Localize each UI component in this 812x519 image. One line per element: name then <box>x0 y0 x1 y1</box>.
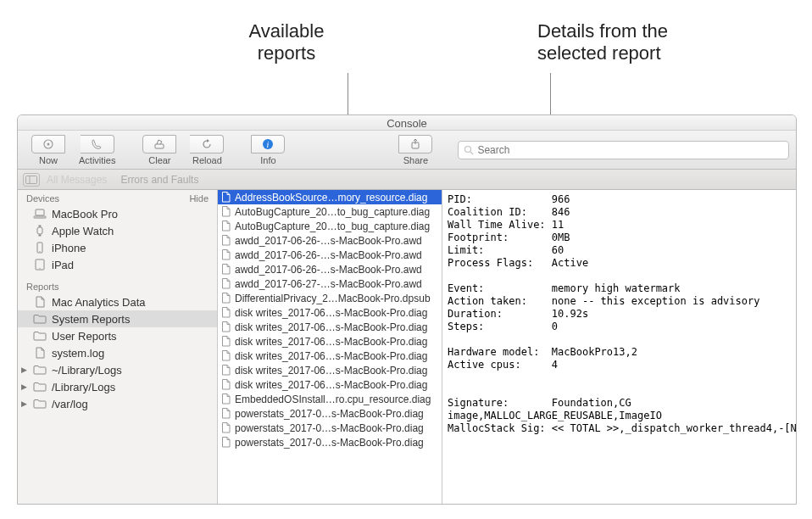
folder-icon <box>33 364 47 376</box>
sidebar-item-label: System Reports <box>52 313 130 326</box>
file-icon <box>221 422 231 434</box>
report-row[interactable]: disk writes_2017-06…s-MacBook-Pro.diag <box>218 377 442 392</box>
file-icon <box>221 249 231 261</box>
report-row[interactable]: EmbeddedOSInstall…ro.cpu_resource.diag <box>218 392 442 406</box>
file-icon <box>221 350 231 362</box>
report-row[interactable]: awdd_2017-06-27-…s-MacBook-Pro.awd <box>218 276 442 291</box>
file-icon <box>221 393 231 405</box>
file-icon <box>221 192 231 204</box>
svg-rect-11 <box>34 216 46 218</box>
filter-all-messages[interactable]: All Messages <box>47 174 107 186</box>
hide-devices-button[interactable]: Hide <box>189 193 209 204</box>
now-button[interactable]: Now <box>25 133 72 167</box>
reports-header: Reports <box>26 282 59 292</box>
file-icon <box>221 293 231 304</box>
report-row[interactable]: awdd_2017-06-26-…s-MacBook-Pro.awd <box>218 262 442 276</box>
toolbar: Now Activities Clear Reload i Info <box>18 131 796 170</box>
report-row[interactable]: awdd_2017-06-26-…s-MacBook-Pro.awd <box>218 233 442 248</box>
sidebar-report-item[interactable]: ▶/Library/Logs <box>18 378 217 395</box>
report-filename: disk writes_2017-06…s-MacBook-Pro.diag <box>235 365 438 377</box>
folder-icon <box>33 330 47 342</box>
sidebar: Devices Hide MacBook ProApple WatchiPhon… <box>18 190 218 504</box>
sidebar-item-label: MacBook Pro <box>52 208 118 220</box>
report-row[interactable]: disk writes_2017-06…s-MacBook-Pro.diag <box>218 334 442 349</box>
report-row[interactable]: powerstats_2017-0…s-MacBook-Pro.diag <box>218 435 442 449</box>
sidebar-item-label: iPhone <box>52 242 86 254</box>
clear-button[interactable]: Clear <box>136 133 183 167</box>
report-row[interactable]: disk writes_2017-06…s-MacBook-Pro.diag <box>218 349 442 363</box>
report-row[interactable]: disk writes_2017-06…s-MacBook-Pro.diag <box>218 363 442 377</box>
svg-point-6 <box>465 146 471 152</box>
sidebar-toggle-icon[interactable] <box>23 173 40 187</box>
sidebar-device-item[interactable]: iPhone <box>18 239 217 256</box>
report-row[interactable]: powerstats_2017-0…s-MacBook-Pro.diag <box>218 406 442 421</box>
filter-errors-faults[interactable]: Errors and Faults <box>120 174 198 186</box>
report-row[interactable]: AutoBugCapture_20…to_bug_capture.diag <box>218 219 442 233</box>
report-filename: AddressBookSource…mory_resource.diag <box>235 192 438 204</box>
annotation-details-selected: Details from the selected report <box>537 20 668 64</box>
file-icon <box>221 278 231 290</box>
phone-icon <box>91 138 103 150</box>
report-filename: disk writes_2017-06…s-MacBook-Pro.diag <box>235 321 438 333</box>
target-icon <box>42 138 54 150</box>
report-row[interactable]: disk writes_2017-06…s-MacBook-Pro.diag <box>218 320 442 334</box>
sidebar-report-item[interactable]: User Reports <box>18 327 217 344</box>
svg-text:i: i <box>267 139 270 148</box>
svg-line-7 <box>470 152 473 154</box>
file-icon <box>221 220 231 232</box>
sidebar-item-label: ~/Library/Logs <box>52 364 122 377</box>
svg-point-16 <box>39 251 40 252</box>
reload-icon <box>201 138 213 150</box>
report-details-pane[interactable]: PID: 966 Coalition ID: 846 Wall Time Ali… <box>442 190 796 504</box>
activities-button[interactable]: Activities <box>72 133 122 167</box>
watch-icon <box>33 225 47 237</box>
sidebar-report-item[interactable]: ▶~/Library/Logs <box>18 361 217 378</box>
search-input[interactable] <box>477 144 783 156</box>
info-button[interactable]: i Info <box>244 133 292 167</box>
file-icon <box>33 296 47 308</box>
sidebar-report-item[interactable]: Mac Analytics Data <box>18 293 217 310</box>
sidebar-item-label: User Reports <box>52 330 117 343</box>
report-row[interactable]: AutoBugCapture_20…to_bug_capture.diag <box>218 204 442 219</box>
search-field[interactable] <box>458 141 789 159</box>
report-row[interactable]: awdd_2017-06-26-…s-MacBook-Pro.awd <box>218 248 442 262</box>
report-filename: powerstats_2017-0…s-MacBook-Pro.diag <box>235 408 438 420</box>
share-button[interactable]: Share <box>392 133 439 167</box>
reload-button[interactable]: Reload <box>183 133 231 167</box>
disclosure-triangle-icon[interactable]: ▶ <box>21 399 30 408</box>
report-row[interactable]: DifferentialPrivacy_2…MacBook-Pro.dpsub <box>218 291 442 305</box>
sidebar-device-item[interactable]: iPad <box>18 256 217 273</box>
file-icon <box>221 321 231 333</box>
file-icon <box>221 437 231 449</box>
disclosure-triangle-icon[interactable]: ▶ <box>21 366 30 374</box>
report-filename: disk writes_2017-06…s-MacBook-Pro.diag <box>235 307 438 319</box>
report-filename: awdd_2017-06-26-…s-MacBook-Pro.awd <box>235 249 438 261</box>
file-icon <box>221 365 231 377</box>
report-row[interactable]: AddressBookSource…mory_resource.diag <box>218 190 442 204</box>
svg-rect-14 <box>39 235 42 237</box>
report-filename: AutoBugCapture_20…to_bug_capture.diag <box>235 206 438 218</box>
file-icon <box>221 379 231 391</box>
sidebar-report-item[interactable]: ▶/var/log <box>18 395 217 412</box>
sidebar-report-item[interactable]: system.log <box>18 344 217 361</box>
sidebar-item-label: iPad <box>52 259 74 271</box>
share-icon <box>409 138 421 150</box>
console-window: Console Now Activities Clear Reload <box>17 114 797 505</box>
folder-icon <box>33 398 47 410</box>
file-icon <box>221 235 231 247</box>
titlebar[interactable]: Console <box>18 115 796 131</box>
report-filename: disk writes_2017-06…s-MacBook-Pro.diag <box>235 336 438 348</box>
sidebar-device-item[interactable]: MacBook Pro <box>18 205 217 222</box>
report-filename: powerstats_2017-0…s-MacBook-Pro.diag <box>235 422 438 434</box>
sidebar-report-item[interactable]: System Reports <box>18 310 217 327</box>
sidebar-device-item[interactable]: Apple Watch <box>18 222 217 239</box>
reports-list[interactable]: AddressBookSource…mory_resource.diagAuto… <box>218 190 442 504</box>
report-row[interactable]: disk writes_2017-06…s-MacBook-Pro.diag <box>218 305 442 320</box>
disclosure-triangle-icon[interactable]: ▶ <box>21 382 30 391</box>
folder-icon <box>33 313 47 325</box>
devices-header: Devices <box>26 193 59 204</box>
svg-rect-12 <box>37 227 42 234</box>
report-filename: disk writes_2017-06…s-MacBook-Pro.diag <box>235 379 438 391</box>
svg-point-18 <box>39 268 40 269</box>
report-row[interactable]: powerstats_2017-0…s-MacBook-Pro.diag <box>218 421 442 435</box>
